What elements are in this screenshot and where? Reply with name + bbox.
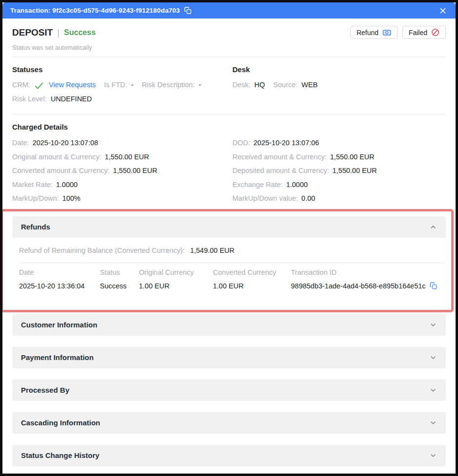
section-status-change-history[interactable]: Status Change History bbox=[12, 445, 446, 466]
detail-row: Converted amount & Currency:1,550.00 EUR bbox=[12, 164, 232, 178]
statuses-heading: Statuses bbox=[12, 65, 232, 74]
desk-value: HQ bbox=[254, 78, 265, 92]
detail-value: 2025-10-20 13:07:08 bbox=[33, 139, 98, 147]
is-ftd-value: - bbox=[131, 78, 134, 92]
detail-label: Received amount & Currency: bbox=[232, 153, 326, 161]
refund-balance-label: Refund of Remaining Balance (Converted C… bbox=[19, 247, 185, 254]
copy-icon[interactable] bbox=[184, 7, 191, 14]
detail-value: 2025-10-20 13:07:06 bbox=[253, 139, 319, 147]
section-label: Status Change History bbox=[21, 451, 99, 459]
section-customer-information[interactable]: Customer Information bbox=[12, 314, 446, 336]
transaction-type: DEPOSIT bbox=[12, 27, 53, 38]
detail-value: 1,550.00 EUR bbox=[105, 153, 149, 161]
transaction-header-row: DEPOSIT | Success Refund Failed bbox=[12, 26, 446, 39]
refund-converted-currency: 1.00 EUR bbox=[213, 282, 291, 290]
charged-details-left: Date:2025-10-20 13:07:08 Original amount… bbox=[12, 136, 232, 206]
refund-balance-value: 1,549.00 EUR bbox=[190, 247, 234, 254]
section-label: Processed By bbox=[21, 386, 69, 394]
title-separator: | bbox=[57, 27, 59, 38]
transaction-status: Success bbox=[64, 28, 95, 37]
source-label: Source: bbox=[273, 78, 298, 92]
detail-row: DOD:2025-10-20 13:07:06 bbox=[232, 136, 446, 150]
statuses-column: Statuses CRM: View Requests Is FTD: - Ri… bbox=[12, 57, 232, 114]
collapsed-sections: Customer Information Payment Information… bbox=[12, 314, 446, 466]
detail-row: MarkUp/Down:100% bbox=[12, 191, 232, 206]
detail-label: MarkUp/Down value: bbox=[232, 194, 298, 202]
charged-details-grid: Date:2025-10-20 13:07:08 Original amount… bbox=[12, 136, 446, 206]
risk-level-row: Risk Level: UNDEFINED bbox=[12, 92, 232, 106]
detail-row: Deposited amount & Currency:1,550.00 EUR bbox=[232, 164, 446, 178]
detail-row: Exchange Rate:1.0000 bbox=[232, 178, 446, 192]
refunds-section-header[interactable]: Refunds bbox=[12, 216, 446, 238]
detail-value: 1.0000 bbox=[56, 181, 77, 189]
failed-button[interactable]: Failed bbox=[402, 26, 446, 39]
desk-column: Desk Desk: HQ Source: WEB bbox=[232, 57, 446, 114]
section-processed-by[interactable]: Processed By bbox=[12, 380, 446, 401]
refunds-table: Date Status Original Currency Converted … bbox=[19, 263, 446, 297]
chevron-down-icon bbox=[429, 321, 437, 329]
detail-label: MarkUp/Down: bbox=[12, 194, 59, 202]
refund-date: 2025-10-20 13:36:04 bbox=[19, 282, 100, 290]
risk-level-label: Risk Level: bbox=[12, 92, 47, 106]
divider bbox=[12, 114, 446, 114]
refunds-heading: Refunds bbox=[21, 223, 50, 231]
modal-titlebar: Transaction: 9f2c3c05-d575-4d96-9243-f91… bbox=[2, 2, 456, 19]
chevron-up-icon bbox=[429, 223, 437, 231]
crm-label: CRM: bbox=[12, 78, 30, 92]
section-label: Payment Information bbox=[21, 353, 94, 362]
detail-label: Exchange Rate: bbox=[232, 181, 283, 189]
close-icon[interactable] bbox=[439, 7, 447, 15]
refund-button[interactable]: Refund bbox=[350, 26, 398, 39]
crm-status-row: CRM: View Requests Is FTD: - Risk Descri… bbox=[12, 78, 232, 92]
refund-button-label: Refund bbox=[357, 29, 379, 37]
detail-label: Original amount & Currency: bbox=[12, 153, 101, 161]
chevron-down-icon bbox=[429, 452, 437, 459]
refund-balance-row: Refund of Remaining Balance (Converted C… bbox=[19, 247, 446, 254]
transaction-details-modal: Transaction: 9f2c3c05-d575-4d96-9243-f91… bbox=[0, 0, 458, 476]
detail-row: MarkUp/Down value:0.00 bbox=[232, 191, 446, 206]
refunds-section: Refunds Refund of Remaining Balance (Con… bbox=[12, 216, 446, 297]
charged-details-right: DOD:2025-10-20 13:07:06 Received amount … bbox=[232, 136, 446, 206]
refund-transaction-id-cell: 98985db3-1ade-4ad4-b568-e895b164e51c bbox=[291, 282, 446, 290]
detail-value: 100% bbox=[62, 194, 80, 202]
chevron-down-icon bbox=[429, 354, 437, 362]
section-payment-information[interactable]: Payment Information bbox=[12, 347, 446, 368]
section-label: Customer Information bbox=[21, 321, 97, 329]
status-note: Status was set automatically bbox=[12, 44, 446, 51]
source-value: WEB bbox=[302, 78, 318, 92]
is-ftd-label: Is FTD: bbox=[104, 78, 128, 92]
detail-row: Original amount & Currency:1,550.00 EUR bbox=[12, 150, 232, 164]
view-requests-link[interactable]: View Requests bbox=[49, 78, 95, 92]
column-header-date: Date bbox=[19, 268, 100, 276]
header-actions: Refund Failed bbox=[350, 26, 446, 39]
check-icon bbox=[34, 82, 44, 90]
detail-label: DOD: bbox=[232, 139, 250, 147]
detail-row: Received amount & Currency:1,550.00 EUR bbox=[232, 150, 446, 164]
chevron-down-icon bbox=[429, 386, 437, 394]
prohibited-icon bbox=[431, 28, 439, 37]
modal-content: DEPOSIT | Success Refund Failed bbox=[2, 26, 456, 466]
column-header-transaction-id: Transaction ID bbox=[291, 268, 446, 276]
detail-value: 0.00 bbox=[302, 194, 315, 202]
desk-row: Desk: HQ Source: WEB bbox=[232, 78, 446, 92]
detail-value: 1,550.00 EUR bbox=[113, 167, 157, 174]
detail-label: Date: bbox=[12, 139, 29, 147]
charged-details-heading: Charged Details bbox=[12, 123, 446, 131]
failed-button-label: Failed bbox=[409, 29, 427, 37]
section-cascading-information[interactable]: Cascading Information bbox=[12, 412, 446, 434]
detail-row: Date:2025-10-20 13:07:08 bbox=[12, 136, 232, 150]
detail-value: 1.0000 bbox=[286, 181, 307, 189]
detail-value: 1,550.00 EUR bbox=[330, 153, 374, 161]
statuses-desk-section: Statuses CRM: View Requests Is FTD: - Ri… bbox=[12, 57, 446, 114]
column-header-original-currency: Original Currency bbox=[139, 268, 213, 276]
detail-row: Market Rate:1.0000 bbox=[12, 178, 232, 192]
detail-label: Deposited amount & Currency: bbox=[232, 167, 329, 174]
risk-description-value: - bbox=[199, 78, 201, 92]
desk-label: Desk: bbox=[232, 78, 250, 92]
banknote-icon bbox=[382, 29, 391, 37]
copy-icon[interactable] bbox=[430, 282, 437, 289]
refund-transaction-id: 98985db3-1ade-4ad4-b568-e895b164e51c bbox=[291, 282, 426, 290]
section-label: Cascading Information bbox=[21, 419, 100, 427]
risk-level-value: UNDEFINED bbox=[51, 92, 92, 106]
detail-label: Converted amount & Currency: bbox=[12, 167, 110, 174]
